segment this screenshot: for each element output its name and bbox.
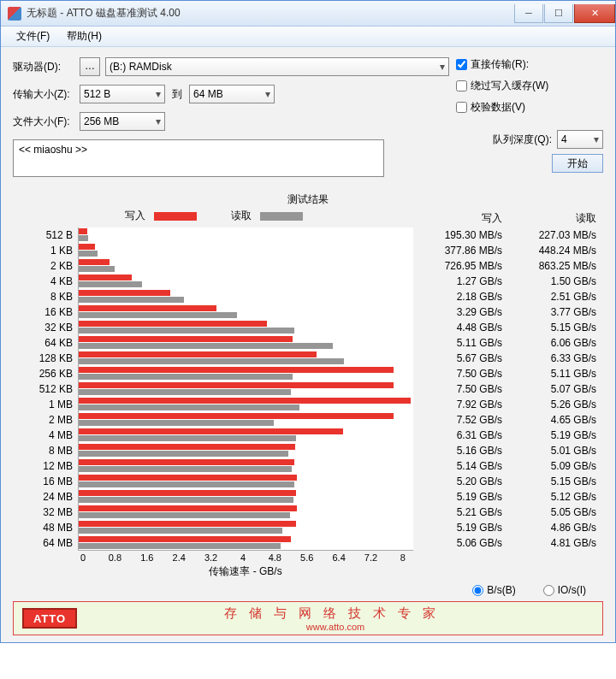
bar-row bbox=[79, 381, 413, 397]
read-value: 5.01 GB/s bbox=[509, 443, 596, 458]
write-bar bbox=[79, 321, 267, 327]
y-label: 12 MB bbox=[13, 458, 76, 474]
bar-row bbox=[79, 428, 413, 443]
y-label: 1 KB bbox=[13, 243, 76, 258]
atto-logo: ATTO bbox=[22, 608, 77, 629]
write-bar bbox=[79, 336, 293, 342]
write-value: 7.92 GB/s bbox=[415, 397, 502, 412]
y-label: 48 MB bbox=[13, 520, 76, 535]
write-value: 5.67 GB/s bbox=[415, 351, 502, 366]
y-label: 128 KB bbox=[13, 351, 76, 366]
direct-io-checkbox[interactable]: 直接传输(R): bbox=[456, 57, 603, 72]
radio-ios[interactable]: IO/s(I) bbox=[543, 584, 586, 596]
minimize-button[interactable]: ─ bbox=[514, 4, 543, 23]
window-title: 无标题 - ATTO 磁盘基准测试 4.00 bbox=[27, 6, 513, 21]
y-label: 2 MB bbox=[13, 412, 76, 428]
bypass-cache-checkbox[interactable]: 绕过写入缓存(W) bbox=[456, 79, 603, 93]
bar-row bbox=[79, 474, 413, 489]
browse-button[interactable]: … bbox=[80, 57, 100, 76]
footer: ATTO 存储与网络技术专家 www.atto.com bbox=[13, 601, 603, 635]
description-textarea[interactable] bbox=[13, 139, 384, 177]
bar-row bbox=[79, 535, 413, 551]
write-bar bbox=[79, 413, 394, 419]
write-value: 5.19 GB/s bbox=[415, 520, 502, 535]
read-bar bbox=[79, 512, 290, 518]
bar-row bbox=[79, 274, 413, 289]
y-label: 32 KB bbox=[13, 320, 76, 335]
radio-bytes[interactable]: B/s(B) bbox=[472, 584, 515, 596]
close-button[interactable]: ✕ bbox=[574, 4, 615, 23]
results-title: 测试结果 bbox=[13, 192, 603, 207]
read-value: 5.07 GB/s bbox=[509, 381, 596, 397]
read-bar bbox=[79, 266, 115, 272]
write-bar bbox=[79, 521, 296, 527]
bar-row bbox=[79, 458, 413, 474]
write-bar bbox=[79, 244, 95, 250]
read-bar bbox=[79, 235, 88, 241]
bar-row bbox=[79, 289, 413, 304]
write-bar bbox=[79, 428, 343, 434]
read-value: 5.09 GB/s bbox=[509, 458, 596, 474]
verify-data-checkbox[interactable]: 校验数据(V) bbox=[456, 100, 603, 115]
xfer-from-select[interactable]: 512 B bbox=[80, 85, 165, 103]
y-label: 4 KB bbox=[13, 274, 76, 289]
y-label: 4 MB bbox=[13, 428, 76, 443]
write-value: 7.52 GB/s bbox=[415, 412, 502, 428]
footer-slogan: 存储与网络技术专家 bbox=[77, 605, 594, 622]
read-value: 6.33 GB/s bbox=[509, 351, 596, 366]
chart-x-label: 传输速率 - GB/s bbox=[78, 564, 413, 579]
write-bar bbox=[79, 382, 394, 388]
titlebar[interactable]: 无标题 - ATTO 磁盘基准测试 4.00 ─ ☐ ✕ bbox=[1, 1, 615, 27]
write-value: 195.30 MB/s bbox=[415, 227, 502, 243]
read-bar bbox=[79, 497, 293, 503]
menubar: 文件(F) 帮助(H) bbox=[1, 27, 615, 47]
read-bar bbox=[79, 328, 294, 334]
menu-help[interactable]: 帮助(H) bbox=[58, 27, 110, 45]
y-label: 256 KB bbox=[13, 366, 76, 381]
filesize-select[interactable]: 256 MB bbox=[80, 112, 165, 131]
write-column: 195.30 MB/s377.86 MB/s726.95 MB/s1.27 GB… bbox=[415, 227, 509, 579]
write-value: 3.29 GB/s bbox=[415, 304, 502, 320]
col-read-header: 读取 bbox=[509, 211, 603, 226]
read-bar bbox=[79, 420, 274, 426]
y-label: 512 B bbox=[13, 227, 76, 243]
read-value: 5.26 GB/s bbox=[509, 397, 596, 412]
legend-read: 读取 bbox=[231, 209, 303, 223]
start-button[interactable]: 开始 bbox=[552, 154, 603, 173]
read-bar bbox=[79, 451, 288, 457]
write-bar bbox=[79, 367, 394, 373]
write-bar bbox=[79, 351, 317, 357]
bar-row bbox=[79, 520, 413, 535]
read-bar bbox=[79, 389, 291, 395]
queue-depth-label: 队列深度(Q): bbox=[456, 133, 557, 147]
chart-y-labels: 512 B1 KB2 KB4 KB8 KB16 KB32 KB64 KB128 … bbox=[13, 227, 76, 551]
read-value: 5.05 GB/s bbox=[509, 505, 596, 520]
read-bar bbox=[79, 528, 282, 534]
read-value: 2.51 GB/s bbox=[509, 289, 596, 304]
write-bar bbox=[79, 536, 291, 542]
read-value: 863.25 MB/s bbox=[509, 258, 596, 274]
bar-row bbox=[79, 258, 413, 274]
drive-select[interactable]: (B:) RAMDisk bbox=[105, 57, 449, 76]
menu-file[interactable]: 文件(F) bbox=[8, 27, 58, 45]
write-value: 5.20 GB/s bbox=[415, 474, 502, 489]
write-value: 6.31 GB/s bbox=[415, 428, 502, 443]
write-bar bbox=[79, 475, 297, 481]
write-bar bbox=[79, 459, 294, 465]
y-label: 512 KB bbox=[13, 381, 76, 397]
queue-depth-select[interactable]: 4 bbox=[557, 130, 603, 149]
write-bar bbox=[79, 275, 132, 280]
y-label: 16 MB bbox=[13, 474, 76, 489]
write-bar bbox=[79, 490, 296, 496]
read-value: 227.03 MB/s bbox=[509, 227, 596, 243]
xfer-to-select[interactable]: 64 MB bbox=[189, 85, 275, 103]
read-value: 4.86 GB/s bbox=[509, 520, 596, 535]
write-value: 377.86 MB/s bbox=[415, 243, 502, 258]
maximize-button[interactable]: ☐ bbox=[544, 4, 573, 23]
read-value: 448.24 MB/s bbox=[509, 243, 596, 258]
write-value: 7.50 GB/s bbox=[415, 366, 502, 381]
write-bar bbox=[79, 259, 110, 265]
bar-row bbox=[79, 397, 413, 412]
write-value: 2.18 GB/s bbox=[415, 289, 502, 304]
write-value: 5.19 GB/s bbox=[415, 489, 502, 505]
